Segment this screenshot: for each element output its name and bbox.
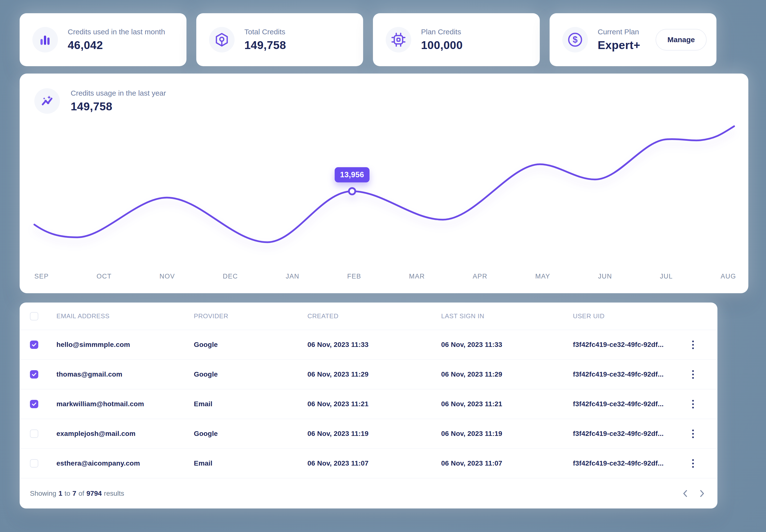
user-uid-cell: f3f42fc419-ce32-49fc-92df... bbox=[573, 459, 688, 467]
last-sign-in-cell: 06 Nov, 2023 11:07 bbox=[441, 459, 573, 467]
chevron-right-icon bbox=[699, 489, 705, 498]
created-cell: 06 Nov, 2023 11:19 bbox=[307, 430, 441, 438]
stat-card-credits-used: Credits used in the last month 46,042 bbox=[20, 13, 186, 66]
created-cell: 06 Nov, 2023 11:33 bbox=[307, 341, 441, 349]
stat-value: 100,000 bbox=[421, 38, 463, 52]
stat-card-plan-credits: Plan Credits 100,000 bbox=[373, 13, 540, 66]
billing-dashboard: Credits used in the last month 46,042 To… bbox=[0, 0, 766, 532]
table-row: thomas@gmail.com Google 06 Nov, 2023 11:… bbox=[20, 359, 717, 389]
prev-page-button[interactable] bbox=[680, 488, 690, 499]
stat-label: Current Plan bbox=[598, 28, 640, 36]
email-cell: esthera@aicompany.com bbox=[56, 459, 194, 467]
last-sign-in-cell: 06 Nov, 2023 11:19 bbox=[441, 430, 573, 438]
x-axis-label: MAY bbox=[535, 273, 550, 280]
results-summary-word: Showing bbox=[30, 490, 56, 497]
row-checkbox[interactable] bbox=[30, 400, 38, 408]
last-sign-in-cell: 06 Nov, 2023 11:33 bbox=[441, 341, 573, 349]
provider-cell: Email bbox=[194, 459, 307, 467]
table-row: esthera@aicompany.com Email 06 Nov, 2023… bbox=[20, 448, 717, 478]
user-uid-cell: f3f42fc419-ce32-49fc-92df... bbox=[573, 370, 688, 378]
dollar-icon: $ bbox=[562, 27, 588, 52]
table-row: markwilliam@hotmail.com Email 06 Nov, 20… bbox=[20, 389, 717, 419]
x-axis-label: DEC bbox=[223, 273, 238, 280]
stat-label: Credits used in the last month bbox=[68, 28, 165, 36]
x-axis-label: SEP bbox=[34, 273, 49, 280]
cube-icon bbox=[209, 27, 235, 52]
chip-icon bbox=[386, 27, 411, 52]
table-footer: Showing 1 to 7 of 9794 results bbox=[20, 478, 717, 508]
stat-value: 149,758 bbox=[244, 38, 286, 52]
x-axis-label: JUL bbox=[660, 273, 673, 280]
last-sign-in-cell: 06 Nov, 2023 11:21 bbox=[441, 400, 573, 408]
row-actions-kebab-icon[interactable] bbox=[688, 430, 698, 438]
provider-cell: Email bbox=[194, 400, 307, 408]
row-checkbox[interactable] bbox=[30, 430, 38, 438]
provider-cell: Google bbox=[194, 341, 307, 349]
user-uid-cell: f3f42fc419-ce32-49fc-92df... bbox=[573, 400, 688, 408]
stat-label: Total Credits bbox=[244, 28, 286, 36]
stat-value: Expert+ bbox=[598, 38, 640, 52]
results-total: 9794 bbox=[86, 490, 101, 497]
users-table-card: EMAIL ADDRESS PROVIDER CREATED LAST SIGN… bbox=[20, 303, 717, 508]
column-header-provider: PROVIDER bbox=[194, 312, 307, 320]
provider-cell: Google bbox=[194, 430, 307, 438]
column-header-created: CREATED bbox=[307, 312, 441, 320]
results-summary-word: of bbox=[78, 490, 84, 497]
column-header-user-uid: USER UID bbox=[573, 312, 688, 320]
results-to: 7 bbox=[72, 490, 76, 497]
row-checkbox[interactable] bbox=[30, 341, 38, 349]
x-axis-label: FEB bbox=[347, 273, 361, 280]
row-actions-kebab-icon[interactable] bbox=[688, 370, 698, 379]
chart-tooltip: 13,956 bbox=[335, 167, 370, 182]
column-header-last-sign-in: LAST SIGN IN bbox=[441, 312, 573, 320]
stat-value: 46,042 bbox=[68, 38, 165, 52]
x-axis-label: MAR bbox=[409, 273, 425, 280]
results-from: 1 bbox=[58, 490, 62, 497]
results-summary-word: to bbox=[64, 490, 70, 497]
x-axis-label: AUG bbox=[721, 273, 736, 280]
svg-text:$: $ bbox=[572, 35, 578, 45]
bar-chart-icon bbox=[32, 27, 58, 52]
credits-usage-chart-card: Credits usage in the last year 149,758 1… bbox=[20, 74, 748, 293]
select-all-checkbox[interactable] bbox=[30, 312, 38, 320]
results-summary: Showing 1 to 7 of 9794 results bbox=[30, 490, 124, 497]
table-row: examplejosh@mail.com Google 06 Nov, 2023… bbox=[20, 419, 717, 448]
chart-highlight-marker bbox=[349, 188, 355, 194]
row-actions-kebab-icon[interactable] bbox=[688, 400, 698, 408]
row-checkbox[interactable] bbox=[30, 459, 38, 468]
email-cell: thomas@gmail.com bbox=[56, 370, 194, 378]
column-header-email: EMAIL ADDRESS bbox=[56, 312, 194, 320]
email-cell: hello@simmmple.com bbox=[56, 341, 194, 349]
provider-cell: Google bbox=[194, 370, 307, 378]
created-cell: 06 Nov, 2023 11:29 bbox=[307, 370, 441, 378]
email-cell: examplejosh@mail.com bbox=[56, 430, 194, 438]
user-uid-cell: f3f42fc419-ce32-49fc-92df... bbox=[573, 430, 688, 438]
stat-card-current-plan: $ Current Plan Expert+ Manage bbox=[549, 13, 716, 66]
row-actions-kebab-icon[interactable] bbox=[688, 341, 698, 349]
stat-card-total-credits: Total Credits 149,758 bbox=[196, 13, 363, 66]
x-axis-label: JUN bbox=[598, 273, 612, 280]
row-actions-kebab-icon[interactable] bbox=[688, 459, 698, 468]
credits-usage-line-chart[interactable] bbox=[20, 74, 748, 293]
user-uid-cell: f3f42fc419-ce32-49fc-92df... bbox=[573, 341, 688, 349]
next-page-button[interactable] bbox=[697, 488, 708, 499]
chart-tooltip-value: 13,956 bbox=[340, 170, 364, 179]
stat-label: Plan Credits bbox=[421, 28, 463, 36]
x-axis-label: NOV bbox=[159, 273, 175, 280]
x-axis-label: JAN bbox=[286, 273, 300, 280]
x-axis-label: OCT bbox=[97, 273, 112, 280]
table-row: hello@simmmple.com Google 06 Nov, 2023 1… bbox=[20, 330, 717, 359]
table-header-row: EMAIL ADDRESS PROVIDER CREATED LAST SIGN… bbox=[20, 303, 717, 330]
pagination-controls bbox=[680, 488, 708, 499]
x-axis: SEP OCT NOV DEC JAN FEB MAR APR MAY JUN … bbox=[34, 273, 736, 280]
row-checkbox[interactable] bbox=[30, 370, 38, 379]
created-cell: 06 Nov, 2023 11:21 bbox=[307, 400, 441, 408]
created-cell: 06 Nov, 2023 11:07 bbox=[307, 459, 441, 467]
email-cell: markwilliam@hotmail.com bbox=[56, 400, 194, 408]
last-sign-in-cell: 06 Nov, 2023 11:29 bbox=[441, 370, 573, 378]
x-axis-label: APR bbox=[472, 273, 487, 280]
manage-plan-button[interactable]: Manage bbox=[656, 29, 707, 51]
chevron-left-icon bbox=[682, 489, 688, 498]
results-summary-word: results bbox=[104, 490, 124, 497]
